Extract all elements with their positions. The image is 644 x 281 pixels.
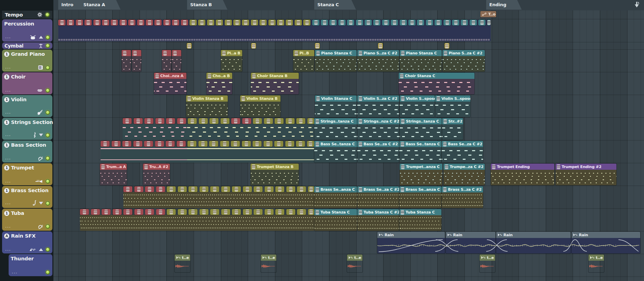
pattern-clip[interactable] (93, 20, 101, 25)
clip-trumpe-za-c-#2[interactable]: Trumpe..za C #2 (443, 164, 485, 185)
pattern-clip[interactable] (187, 43, 192, 49)
pattern-clip[interactable] (296, 118, 305, 124)
pattern-clip[interactable] (417, 20, 424, 25)
pattern-clip[interactable] (231, 118, 240, 124)
pattern-clip[interactable] (91, 209, 100, 215)
pattern-clip[interactable] (145, 209, 154, 215)
pattern-clip[interactable] (378, 43, 383, 49)
pattern-clip[interactable] (210, 186, 219, 192)
pattern-clip[interactable] (285, 141, 294, 147)
pattern-clip[interactable] (268, 20, 276, 25)
pattern-clip[interactable] (264, 118, 273, 124)
pattern-clip[interactable] (155, 118, 164, 124)
tuba-clip-body[interactable] (80, 215, 314, 231)
pattern-clip[interactable] (312, 20, 319, 25)
clip-bass-se-za-c-#2[interactable]: Bass Se..za C #2 (442, 141, 483, 163)
pattern-clip[interactable] (128, 20, 135, 25)
piano-clip[interactable] (172, 50, 181, 72)
pattern-clip[interactable] (461, 20, 468, 25)
pattern-clip[interactable] (199, 118, 208, 124)
pattern-clip[interactable] (243, 186, 252, 192)
clip-t-e[interactable]: t..e (347, 254, 362, 272)
pattern-clip[interactable] (253, 118, 262, 124)
pattern-clip[interactable] (242, 141, 251, 147)
clip-piano-s-za-c-#2[interactable]: Piano S..za C #2 (357, 50, 399, 72)
clip-tuba-stanza-c[interactable]: Tuba Stanza C (314, 209, 357, 231)
pattern-clip[interactable] (444, 43, 449, 49)
pattern-clip[interactable] (181, 20, 188, 25)
clip-trumpet-ending-#2[interactable]: Trumpet Ending #2 (555, 164, 616, 185)
clip-violin-stanza-b[interactable]: Violin Stanza B (240, 95, 280, 117)
pattern-clip[interactable] (198, 141, 207, 147)
pattern-clip[interactable] (122, 141, 131, 147)
pattern-clip[interactable] (452, 20, 459, 25)
clip-t-e[interactable]: t..e (175, 254, 190, 272)
pattern-clip[interactable] (408, 20, 416, 25)
pattern-clip[interactable] (207, 20, 214, 25)
pattern-clip[interactable] (347, 20, 354, 25)
pattern-clip[interactable] (146, 20, 153, 25)
pattern-clip[interactable] (216, 20, 223, 25)
clip-violin-s-za-c-#2[interactable]: Violin S..za C #2 (357, 95, 399, 117)
pattern-clip[interactable] (251, 20, 258, 25)
pattern-clip[interactable] (76, 20, 83, 25)
pattern-clip[interactable] (101, 141, 110, 147)
clip-rain[interactable]: Rain (496, 232, 571, 253)
pattern-clip[interactable] (426, 20, 433, 25)
pattern-clip[interactable] (435, 20, 442, 25)
clip-pi-b[interactable]: Pi..B (293, 50, 314, 72)
pattern-clip[interactable] (198, 20, 205, 25)
pattern-clip[interactable] (172, 20, 179, 25)
clip-cho-a-b[interactable]: Cho..a B (206, 73, 232, 94)
pattern-clip[interactable] (242, 118, 251, 124)
pattern-clip[interactable] (400, 20, 407, 25)
pattern-clip[interactable] (154, 20, 162, 25)
clip-t-e[interactable]: t..e (261, 254, 276, 272)
pattern-clip[interactable] (329, 20, 337, 25)
pattern-clip[interactable] (221, 186, 230, 192)
pattern-clip[interactable] (286, 20, 293, 25)
clip-strings-nza-c-#2[interactable]: Strings..nza C #2 (357, 118, 399, 140)
pattern-clip[interactable] (295, 20, 302, 25)
clip-tuba-stanza-c-#2[interactable]: Tuba Stanza C #2 (357, 209, 399, 231)
clip-bass-se-za-c-#2[interactable]: Bass Se..za C #2 (357, 141, 399, 163)
pattern-clip[interactable] (307, 141, 314, 147)
pattern-clip[interactable] (243, 209, 252, 215)
pattern-clip[interactable] (251, 43, 256, 49)
pattern-clip[interactable] (443, 20, 451, 25)
pattern-clip[interactable] (356, 20, 363, 25)
clip-strings-tanza-c[interactable]: Strings..tanza C (314, 118, 357, 140)
pattern-clip[interactable] (274, 141, 283, 147)
pattern-clip[interactable] (123, 209, 132, 215)
clip-piano-stanza-c[interactable]: Piano Stanza C (400, 50, 442, 72)
clip-choir-stanza-b[interactable]: Choir Stanza B (251, 73, 299, 94)
pattern-clip[interactable] (113, 209, 122, 215)
pattern-clip[interactable] (137, 20, 144, 25)
pattern-clip[interactable] (233, 20, 241, 25)
clip-brass-se-anza-c[interactable]: Brass Se..anza C (399, 186, 441, 208)
clip-rain[interactable]: Rain (572, 232, 640, 253)
piano-clip[interactable] (162, 50, 171, 72)
pattern-clip[interactable] (297, 186, 306, 192)
pattern-clip[interactable] (308, 209, 314, 215)
pattern-clip[interactable] (177, 141, 186, 147)
brass-clip-body[interactable] (123, 192, 314, 208)
pattern-clip[interactable] (275, 118, 284, 124)
strings-clip-body[interactable] (123, 124, 187, 139)
pattern-clip[interactable] (144, 118, 153, 124)
pattern-clip[interactable] (163, 20, 171, 25)
clip-brass-s-za-c-#2[interactable]: Brass S..za C #2 (442, 186, 483, 208)
clip-piano-s-za-c-#2[interactable]: Piano S..za C #2 (442, 50, 485, 72)
pattern-clip[interactable] (188, 209, 197, 215)
clip-violin-s-sposed[interactable]: Violin S..sposed (400, 95, 435, 117)
pattern-clip[interactable] (265, 209, 274, 215)
pattern-clip[interactable] (187, 141, 196, 147)
pattern-clip[interactable] (254, 186, 263, 192)
pattern-clip[interactable] (265, 186, 274, 192)
pattern-clip[interactable] (209, 141, 218, 147)
clip-violin-s-sposed[interactable]: Violin S..sposed (435, 95, 470, 117)
pattern-clip[interactable] (134, 186, 143, 192)
clip-trumpet-stanza-b[interactable]: Trumpet Stanza B (251, 164, 299, 185)
clip-rain[interactable]: Rain (446, 232, 495, 253)
pattern-clip[interactable] (286, 118, 295, 124)
